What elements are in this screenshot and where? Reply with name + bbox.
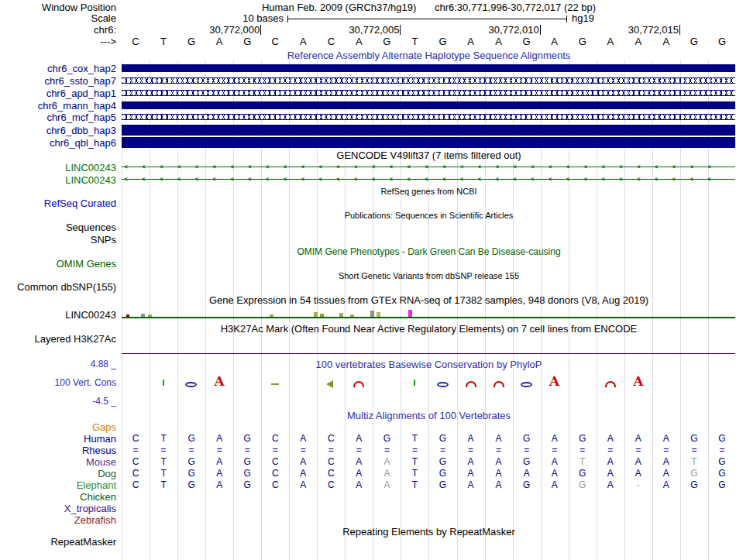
sequence-base: A — [356, 36, 363, 47]
track-label-omim-genes[interactable]: OMIM Genes — [57, 258, 116, 270]
conservation-blob — [185, 382, 197, 387]
conservation-arrow — [326, 380, 333, 388]
alt-hap-bar-chr6_ssto_hap7[interactable] — [122, 77, 735, 84]
alignment-base: A — [607, 456, 614, 467]
conservation-peak-letter: A — [215, 375, 225, 388]
sequence-base: G — [579, 36, 586, 47]
track-label-chr6_dbb_hap3[interactable]: chr6_dbb_hap3 — [46, 125, 116, 136]
alignment-base: = — [719, 445, 724, 455]
gene-direction-line[interactable]: <<<<<<<<<<<<<<<<<<<<<<<<<<<<<<<<<< — [122, 163, 735, 170]
refseq-section-title: RefSeq genes from NCBI — [122, 187, 736, 196]
alignment-base: C — [272, 468, 279, 479]
sequence-base: C — [132, 36, 139, 47]
species-label-mouse[interactable]: Mouse — [86, 456, 116, 468]
coordinate-tick — [540, 25, 541, 35]
alignment-base: A — [300, 479, 306, 490]
gtex-bar — [377, 312, 380, 317]
assembly-tag: hg19 — [572, 12, 594, 24]
alignment-base: G — [383, 433, 390, 444]
sequence-base: G — [690, 36, 698, 47]
chrom-label: chr6: — [94, 24, 116, 36]
scale-bar-left-tick — [287, 15, 288, 22]
gene-direction-line[interactable]: <<<<<<<<<<<<<<<<<<<<<<<<<<<<<<<<<< — [122, 176, 735, 183]
track-label-chr6_mcf_hap5[interactable]: chr6_mcf_hap5 — [46, 112, 116, 123]
alt-hap-bar-chr6_mcf_hap5[interactable] — [122, 114, 735, 120]
track-label-100-vert-cons[interactable]: 100 Vert. Cons — [55, 377, 116, 388]
track-label-gtex-gene[interactable]: LINC00243 — [65, 309, 116, 321]
track-label-chr6_ssto_hap7[interactable]: chr6_ssto_hap7 — [44, 75, 116, 87]
species-label-zebrafish[interactable]: Zebrafish — [74, 514, 116, 526]
alignment-base: A — [607, 479, 614, 490]
alignment-base: = — [468, 445, 473, 455]
alignment-base: G — [579, 433, 586, 444]
species-label-human[interactable]: Human — [84, 433, 116, 445]
track-label-common-dbsnp[interactable]: Common dbSNP(155) — [17, 281, 116, 293]
gtex-bar — [339, 313, 343, 317]
track-label-snps[interactable]: SNPs — [91, 234, 116, 246]
alt-haplotype-section-title: Reference Assembly Alternate Haplotype S… — [122, 50, 736, 61]
gtex-baseline — [122, 317, 735, 318]
track-label-layered-h3k27ac[interactable]: Layered H3K27Ac — [34, 333, 116, 345]
publications-section-title: Publications: Sequences in Scientific Ar… — [122, 211, 736, 220]
sequence-base: A — [216, 36, 223, 47]
scale-value: 10 bases — [242, 12, 284, 24]
sequence-base: A — [467, 36, 474, 47]
species-label-chicken[interactable]: Chicken — [80, 491, 116, 503]
alignment-base: A — [383, 468, 390, 479]
track-label-chr6_apd_hap1[interactable]: chr6_apd_hap1 — [46, 88, 116, 99]
alignment-base: G — [244, 456, 251, 467]
dbsnp-section-title: Short Genetic Variants from dbSNP releas… — [122, 271, 736, 280]
alignment-base: G — [439, 433, 446, 444]
conservation-peak-letter: A — [549, 375, 559, 388]
sequence-base: G — [187, 36, 195, 47]
alignment-base: A — [216, 433, 222, 444]
species-label-x_tropicalis[interactable]: X_tropicalis — [64, 503, 116, 514]
species-label-rhesus[interactable]: Rhesus — [82, 445, 116, 456]
repeatmasker-section-title: Repeating Elements by RepeatMasker — [122, 526, 736, 538]
alt-hap-bar-chr6_apd_hap1[interactable] — [122, 90, 735, 96]
coordinate-tick — [260, 25, 261, 35]
alignment-base: C — [132, 479, 139, 490]
alignment-base: G — [579, 468, 586, 479]
track-label-chr6_qbl_hap6[interactable]: chr6_qbl_hap6 — [50, 137, 116, 149]
species-label-elephant[interactable]: Elephant — [77, 479, 116, 491]
alignment-base: T — [160, 479, 166, 490]
alignment-base: A — [607, 433, 614, 444]
track-label-chr6_cox_hap2[interactable]: chr6_cox_hap2 — [47, 63, 116, 74]
alignment-base: G — [187, 468, 194, 479]
alignment-base: = — [328, 445, 334, 455]
track-label-chr6_mann_hap4[interactable]: chr6_mann_hap4 — [38, 100, 116, 112]
gtex-bar — [148, 314, 152, 317]
alignment-base: = — [635, 445, 641, 455]
alignment-base: = — [524, 445, 529, 455]
alignment-base: G — [718, 468, 725, 479]
alignment-base: A — [216, 456, 222, 467]
alignment-base: A — [496, 479, 502, 490]
alignment-base: T — [691, 456, 696, 467]
sequence-base: G — [718, 36, 726, 47]
alignment-base: C — [328, 433, 335, 444]
alignment-base: T — [580, 456, 585, 467]
alignment-base: A — [496, 468, 502, 479]
coordinate-label: 30,772,000 — [209, 24, 260, 36]
assembly-name: Human Feb. 2009 (GRCh37/hg19) — [262, 2, 416, 13]
alignment-base: G — [690, 468, 697, 479]
strand-arrow-label: ---> — [100, 36, 116, 47]
alignment-base: A — [496, 456, 502, 467]
species-label-gaps[interactable]: Gaps — [92, 421, 116, 433]
alignment-base: G — [187, 456, 194, 467]
alt-hap-bar-chr6_dbb_hap3[interactable] — [122, 125, 735, 136]
alt-hap-bar-chr6_qbl_hap6[interactable] — [122, 137, 735, 148]
sequence-base: A — [300, 36, 307, 47]
gencode-gene-label[interactable]: LINC00243 — [65, 174, 116, 186]
alt-hap-bar-chr6_cox_hap2[interactable] — [122, 64, 735, 72]
alignment-base: A — [300, 433, 306, 444]
alignment-base: G — [244, 468, 251, 479]
track-label-sequences[interactable]: Sequences — [66, 222, 116, 233]
alt-hap-bar-chr6_mann_hap4[interactable] — [122, 101, 735, 109]
track-label-refseq-curated[interactable]: RefSeq Curated — [44, 198, 116, 209]
gencode-gene-label[interactable]: LINC00243 — [65, 162, 116, 173]
track-label-repeatmasker[interactable]: RepeatMasker — [50, 536, 116, 548]
species-label-dog[interactable]: Dog — [98, 468, 116, 479]
alignment-base: = — [301, 445, 306, 455]
